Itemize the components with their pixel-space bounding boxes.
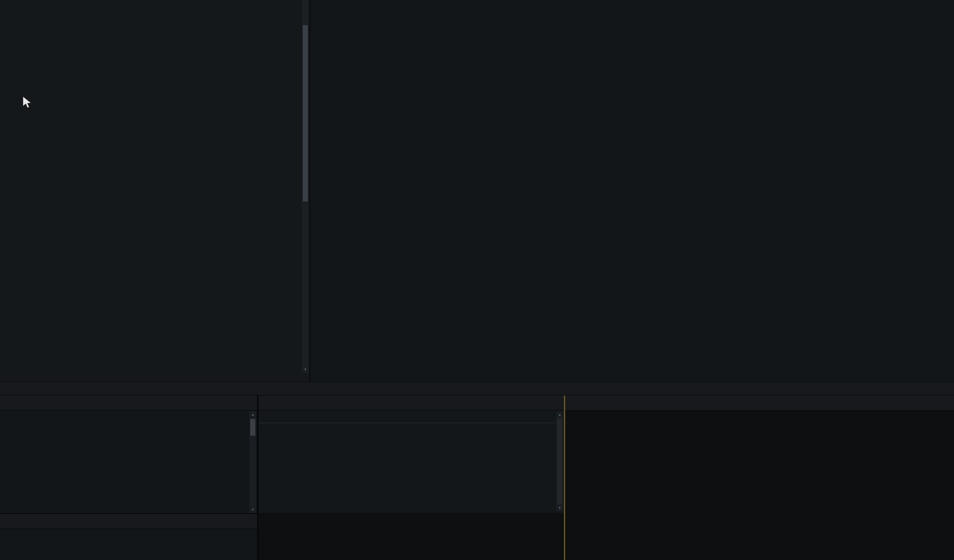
- scrollbar-thumb[interactable]: [557, 419, 562, 504]
- scroll-down-icon[interactable]: ▾: [302, 366, 309, 373]
- source-pane: [310, 0, 954, 382]
- memory-view: [0, 513, 257, 540]
- code-area: ▾: [0, 0, 954, 382]
- scroll-down-icon[interactable]: ▾: [556, 505, 563, 511]
- scroll-down-icon[interactable]: ▾: [249, 506, 256, 513]
- status-bar: [0, 382, 954, 395]
- bottom-panels: ▴ ▾ ▴ ▾: [0, 395, 954, 560]
- memory-tabs: [0, 514, 257, 529]
- memory-columns: [0, 529, 257, 540]
- watch-content: ▴ ▾: [259, 411, 564, 513]
- disassembly-pane: ▾: [0, 0, 310, 382]
- callstack-tabs: [0, 395, 257, 411]
- mouse-cursor: [22, 96, 33, 110]
- watch-panel: ▴ ▾: [259, 395, 565, 560]
- debugger-window: ▾ ▴ ▾: [0, 0, 954, 560]
- locals-panel: [565, 395, 954, 560]
- scrollbar-thumb[interactable]: [303, 25, 308, 201]
- callstack-memory-panel: ▴ ▾: [0, 395, 259, 560]
- scrollbar-thumb[interactable]: [250, 419, 255, 436]
- callstack-list: [0, 411, 257, 513]
- expression-column-header: [259, 411, 564, 423]
- locals-tabs: [565, 395, 954, 411]
- watch-tabs: [259, 395, 564, 411]
- watch-scrollbar[interactable]: ▴ ▾: [556, 411, 563, 511]
- disasm-scrollbar[interactable]: ▾: [302, 0, 309, 373]
- callstack-scrollbar[interactable]: ▴ ▾: [249, 411, 256, 513]
- scroll-up-icon[interactable]: ▴: [249, 411, 256, 418]
- scroll-up-icon[interactable]: ▴: [556, 411, 563, 418]
